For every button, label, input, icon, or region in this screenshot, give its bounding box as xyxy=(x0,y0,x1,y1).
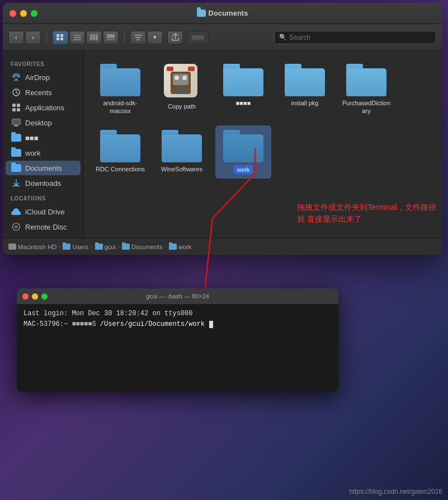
file-item-android-sdk[interactable]: android-sdk-macosx xyxy=(92,59,148,120)
svg-rect-16 xyxy=(12,104,16,107)
file-name-purchased-dict: PurchasedDictionary xyxy=(341,99,392,115)
terminal-cursor xyxy=(209,321,213,328)
forward-button[interactable]: › xyxy=(25,31,41,44)
recents-label: Recents xyxy=(25,88,52,97)
svg-point-25 xyxy=(15,226,17,228)
title-bar: Documents xyxy=(3,3,442,24)
svg-point-24 xyxy=(13,223,20,231)
path-segment-work: work xyxy=(169,244,191,250)
folder-icon-rdc xyxy=(100,130,140,162)
svg-rect-19 xyxy=(17,108,20,111)
path-hd-icon xyxy=(8,244,16,250)
file-item-wine[interactable]: WineSoftwares xyxy=(154,125,210,179)
file-item-purchased-dict[interactable]: PurchasedDictionary xyxy=(338,59,394,120)
terminal-maximize-button[interactable] xyxy=(41,293,48,300)
terminal-line-1: Last login: Mon Dec 30 18:20:42 on ttys0… xyxy=(23,309,332,319)
svg-rect-22 xyxy=(15,125,18,126)
terminal-prompt-marker: ■■■■■$ xyxy=(72,320,96,328)
toolbar-separator-2 xyxy=(124,32,125,43)
share-button[interactable] xyxy=(167,31,183,44)
path-docs-icon xyxy=(122,244,130,250)
maximize-button[interactable] xyxy=(31,10,37,17)
file-item-copy-path[interactable]: Copy path xyxy=(154,59,210,120)
svg-rect-9 xyxy=(96,34,98,40)
sidebar-item-airdrop[interactable]: AirDrop xyxy=(6,70,81,85)
search-input[interactable] xyxy=(289,34,431,41)
sidebar-item-recents[interactable]: Recents xyxy=(6,85,81,100)
work-folder-icon xyxy=(11,148,21,158)
svg-rect-21 xyxy=(12,119,20,124)
path-work-label: work xyxy=(178,244,191,250)
path-work-icon xyxy=(169,244,177,250)
search-bar[interactable]: 🔍 xyxy=(274,31,436,44)
column-view-button[interactable] xyxy=(86,31,102,44)
sidebar-item-encoded1[interactable]: ■■■ xyxy=(6,130,81,145)
sort-dropdown[interactable]: ▾ xyxy=(147,31,163,44)
svg-rect-7 xyxy=(90,34,92,40)
terminal-close-button[interactable] xyxy=(22,293,29,300)
file-name-install-pkg: install pkg xyxy=(291,99,319,107)
svg-rect-0 xyxy=(56,34,59,37)
sidebar-item-applications[interactable]: Applications xyxy=(6,100,81,115)
icloud-label: iCloud Drive xyxy=(25,208,65,216)
file-name-work: work xyxy=(234,165,252,174)
folder-icon-work xyxy=(223,130,263,162)
svg-rect-2 xyxy=(56,38,59,40)
path-gcui-icon xyxy=(95,244,103,250)
path-hd-label: Macintosh HD xyxy=(18,244,56,250)
documents-label: Documents xyxy=(25,164,62,172)
close-button[interactable] xyxy=(10,10,16,17)
terminal-prompt: MAC-53796:~ xyxy=(23,320,72,328)
path-bar: Macintosh HD › Users › gcui › Documents … xyxy=(3,238,442,255)
toolbar: ‹ › xyxy=(3,24,442,51)
path-users-icon xyxy=(63,244,70,250)
folder-icon-install-pkg xyxy=(285,64,325,96)
minimize-button[interactable] xyxy=(20,10,27,17)
sidebar-item-downloads[interactable]: Downloads xyxy=(6,176,81,190)
sidebar-item-work[interactable]: work xyxy=(6,146,81,160)
path-gcui-label: gcui xyxy=(105,244,116,250)
folder-icon-wine xyxy=(162,130,202,162)
svg-rect-1 xyxy=(60,34,63,37)
sidebar-item-icloud[interactable]: iCloud Drive xyxy=(6,204,81,219)
file-item-work[interactable]: work xyxy=(215,125,271,179)
tags-button[interactable] xyxy=(187,31,209,44)
folder-icon-purchased-dict xyxy=(346,64,386,96)
file-item-rdc[interactable]: RDC Connections xyxy=(92,125,148,179)
terminal-minimize-button[interactable] xyxy=(32,293,38,300)
svg-rect-23 xyxy=(13,126,19,127)
path-users-label: Users xyxy=(72,244,88,250)
icon-view-button[interactable] xyxy=(53,31,68,44)
gallery-view-button[interactable] xyxy=(103,31,119,44)
sidebar-item-documents[interactable]: Documents xyxy=(6,161,81,175)
svg-rect-5 xyxy=(73,37,81,38)
path-segment-users: Users xyxy=(63,244,88,250)
applications-label: Applications xyxy=(25,104,64,112)
file-item-install-pkg[interactable]: install pkg xyxy=(277,59,333,120)
file-name-copy-path: Copy path xyxy=(168,102,196,110)
traffic-lights xyxy=(10,10,37,17)
svg-rect-11 xyxy=(107,39,109,40)
desktop-label: Desktop xyxy=(25,119,52,127)
list-view-button[interactable] xyxy=(69,31,85,44)
sidebar-item-remote-disc[interactable]: Remote Disc xyxy=(6,219,81,234)
window-title: Documents xyxy=(209,9,248,17)
title-folder-icon xyxy=(197,10,206,17)
terminal-title-bar: gcui — -bash — 80×24 xyxy=(17,288,338,304)
search-icon: 🔍 xyxy=(279,34,287,41)
sidebar-item-desktop[interactable]: Desktop xyxy=(6,115,81,130)
file-name-rdc: RDC Connections xyxy=(96,165,145,173)
downloads-label: Downloads xyxy=(25,179,61,188)
svg-rect-8 xyxy=(93,34,95,40)
remote-disc-label: Remote Disc xyxy=(25,223,67,231)
documents-folder-icon xyxy=(11,163,21,173)
path-segment-documents: Documents xyxy=(122,244,163,250)
path-segment-hd: Macintosh HD xyxy=(8,244,56,250)
file-item-encoded[interactable]: ■■■■ xyxy=(215,59,271,120)
annotation-text: 拖拽文件或文件夹到Terminal，文件路径就 直接显示出来了 xyxy=(297,202,437,225)
file-name-encoded: ■■■■ xyxy=(236,99,251,107)
back-button[interactable]: ‹ xyxy=(8,31,24,44)
svg-rect-3 xyxy=(60,38,63,40)
sort-button[interactable] xyxy=(130,31,146,44)
remote-disc-icon xyxy=(11,222,21,232)
